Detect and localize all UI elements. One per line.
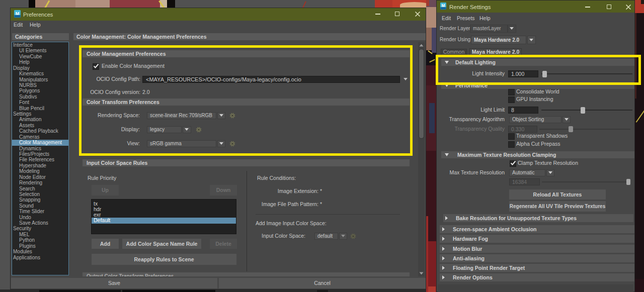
- svg-text:M: M: [16, 11, 20, 16]
- svg-text:M: M: [442, 3, 445, 8]
